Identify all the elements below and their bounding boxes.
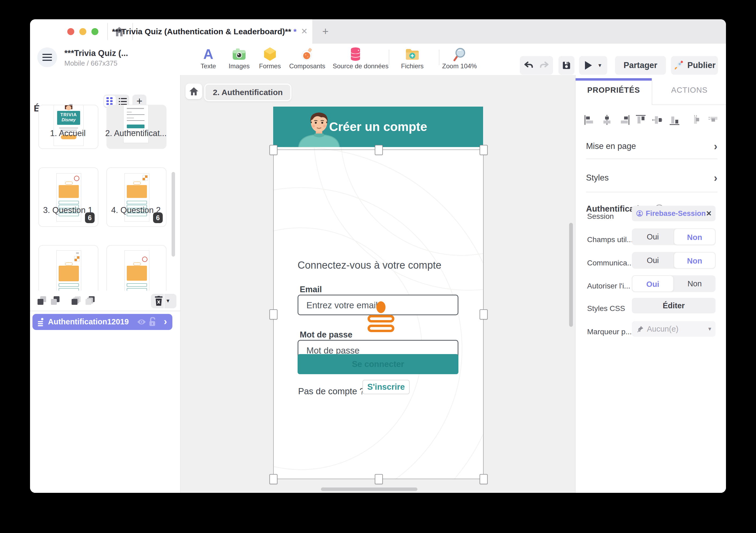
alignment-toolbar: [576, 113, 726, 129]
active-tab[interactable]: ***Trivia Quiz (Authentication & Leaderb…: [30, 19, 312, 44]
align-top-icon[interactable]: [635, 114, 647, 125]
userfields-oui[interactable]: Oui: [632, 228, 674, 245]
screen-card-authentification[interactable]: [106, 105, 167, 149]
align-left-icon[interactable]: [584, 114, 596, 125]
redo-icon[interactable]: [539, 60, 550, 71]
screen-card-question1[interactable]: 6: [38, 167, 98, 227]
share-button[interactable]: Partager: [615, 56, 666, 75]
preview-group: ▾: [579, 56, 607, 75]
selection-handle-n[interactable]: [375, 145, 383, 155]
traffic-zoom-icon[interactable]: [92, 28, 98, 35]
canvas-vertical-scrollbar[interactable]: [569, 223, 573, 327]
tool-files[interactable]: Fichiers: [390, 46, 435, 70]
properties-panel: PROPRIÉTÉS ACTIONS Mise en page › Styles…: [575, 75, 726, 493]
distribute-h-icon[interactable]: [690, 114, 702, 125]
undo-icon[interactable]: [523, 60, 534, 71]
screen-name[interactable]: 4. Question 2: [104, 205, 168, 215]
screen-name[interactable]: 1. Accueil: [36, 129, 100, 138]
publish-button[interactable]: Publier: [671, 56, 718, 75]
distribute-v-icon[interactable]: [707, 114, 719, 125]
screen-row-clipped: [30, 243, 180, 291]
marker-dropdown[interactable]: Aucun(e) ▾: [632, 321, 716, 337]
play-icon[interactable]: [585, 61, 592, 70]
align-center-h-icon[interactable]: [601, 114, 613, 125]
allowsignup-non[interactable]: Non: [674, 275, 716, 292]
undo-redo-group: [520, 56, 553, 75]
puzzle-icon: [74, 256, 80, 262]
traffic-close-icon[interactable]: [67, 28, 74, 35]
screen-name[interactable]: 3. Question 1: [36, 205, 100, 215]
app-window: ***Trivia Quiz (Authentication & Leaderb…: [30, 19, 726, 493]
userfields-toggle: Oui Non: [632, 228, 716, 245]
selection-handle-s[interactable]: [375, 474, 383, 484]
phone-mockup[interactable]: Créer un compte Connectez-vous à votre c…: [273, 107, 483, 479]
screen-card-question2[interactable]: 6: [106, 167, 167, 227]
design-canvas[interactable]: 2. Authentification: [181, 75, 575, 493]
pin-icon: [637, 325, 644, 332]
screens-panel: Écrans? + TRIVIA Disney: [30, 75, 181, 493]
screen-card-question3[interactable]: [38, 245, 98, 291]
align-right-icon[interactable]: [618, 114, 630, 125]
folder-plus-icon: [390, 46, 435, 62]
align-middle-v-icon[interactable]: [652, 114, 663, 125]
chevron-right-icon: ›: [714, 140, 717, 152]
preview-caret-icon[interactable]: ▾: [598, 62, 601, 69]
prop-allowsignup-label: Autoriser l'i...: [587, 282, 630, 290]
align-bottom-icon[interactable]: [669, 114, 680, 125]
session-remove-icon[interactable]: ✕: [706, 210, 712, 218]
selection-handle-se[interactable]: [480, 474, 488, 484]
selection-handle-sw[interactable]: [269, 474, 278, 484]
prop-marker-label: Marqueur p...: [587, 328, 632, 336]
canvas-horizontal-scrollbar[interactable]: [321, 488, 418, 491]
section-styles[interactable]: Styles ›: [586, 173, 717, 183]
selection-handle-ne[interactable]: [480, 145, 488, 155]
screen-card-accueil[interactable]: TRIVIA Disney: [38, 105, 98, 149]
prop-session-label: Session: [587, 212, 614, 221]
canvas-home-button[interactable]: [185, 84, 202, 99]
send-backward-icon[interactable]: [51, 296, 60, 305]
current-screen-chip[interactable]: 2. Authentification: [204, 84, 291, 101]
new-tab-button[interactable]: +: [319, 25, 332, 38]
menu-button[interactable]: [37, 47, 57, 67]
userfields-non[interactable]: Non: [674, 228, 716, 245]
phone-header-banner[interactable]: Créer un compte: [273, 107, 483, 147]
bring-forward-icon[interactable]: [38, 296, 47, 305]
session-value-chip[interactable]: Firebase-Session1... ✕: [632, 206, 716, 221]
communication-oui[interactable]: Oui: [632, 252, 674, 269]
selection-handle-w[interactable]: [269, 309, 278, 319]
tool-datasource[interactable]: Source de données: [333, 46, 378, 70]
phone-header-title: Créer un compte: [273, 107, 483, 147]
browser-tab-bar: ***Trivia Quiz (Authentication & Leaderb…: [30, 19, 726, 44]
unlock-icon[interactable]: [148, 317, 156, 327]
tab-close-icon[interactable]: ✕: [299, 26, 310, 37]
prop-communication-label: Communica...: [587, 259, 634, 267]
delete-caret-icon[interactable]: ▾: [167, 297, 170, 304]
chevron-right-icon: ›: [714, 172, 717, 184]
save-button[interactable]: [558, 56, 575, 75]
section-mise-en-page[interactable]: Mise en page ›: [586, 141, 717, 151]
eye-icon[interactable]: [137, 318, 146, 326]
delete-group: ▾: [151, 294, 176, 308]
send-to-back-icon[interactable]: [86, 296, 94, 305]
selection-handle-e[interactable]: [480, 309, 488, 319]
prop-userfields-label: Champs util...: [587, 236, 633, 244]
communication-non[interactable]: Non: [674, 252, 716, 269]
screen-name[interactable]: 2. Authentificat...: [104, 129, 168, 138]
tab-actions[interactable]: ACTIONS: [652, 75, 726, 105]
screen-card-question4[interactable]: [106, 245, 167, 291]
bring-to-front-icon[interactable]: [71, 296, 81, 305]
layer-expand-icon[interactable]: ›: [164, 316, 167, 327]
timer-icon: [142, 257, 148, 262]
traffic-minimize-icon[interactable]: [79, 28, 86, 35]
screens-scrollbar[interactable]: [172, 172, 175, 257]
zoom-control[interactable]: Zoom 104%: [437, 46, 482, 70]
allowsignup-oui[interactable]: Oui: [632, 275, 674, 292]
session-user-icon: [636, 210, 643, 217]
tool-components[interactable]: Composants: [284, 46, 330, 70]
tab-properties[interactable]: PROPRIÉTÉS: [576, 75, 652, 105]
selection-handle-nw[interactable]: [269, 145, 278, 155]
layer-row-selected[interactable]: Authentification12019 ›: [33, 314, 173, 330]
rocket-icon: [673, 60, 684, 71]
css-edit-button[interactable]: Éditer: [632, 298, 716, 313]
trash-icon[interactable]: [154, 296, 163, 306]
